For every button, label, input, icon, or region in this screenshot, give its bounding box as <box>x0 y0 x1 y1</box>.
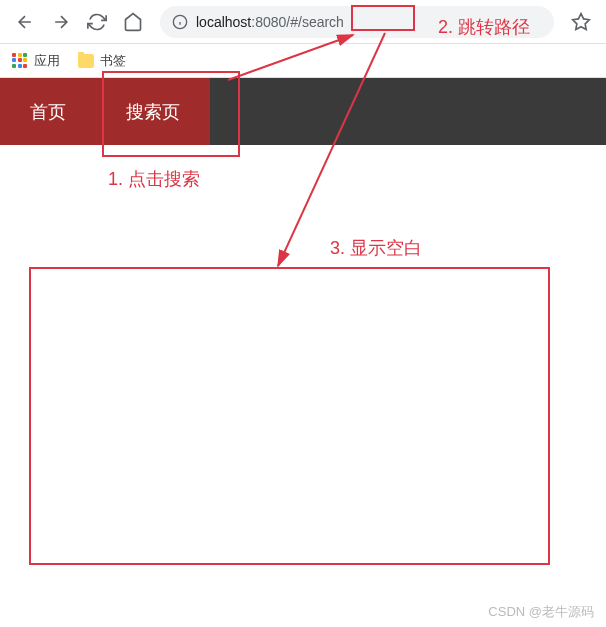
apps-button[interactable]: 应用 <box>12 52 60 70</box>
bookmark-folder-label: 书签 <box>100 52 126 70</box>
back-button[interactable] <box>8 5 42 39</box>
folder-icon <box>78 54 94 68</box>
annotation-label-1: 1. 点击搜索 <box>108 167 200 191</box>
url-text: localhost:8080/#/search <box>196 14 344 30</box>
bookmarks-bar: 应用 书签 <box>0 44 606 78</box>
bookmark-folder[interactable]: 书签 <box>78 52 126 70</box>
annotation-label-2: 2. 跳转路径 <box>438 15 530 39</box>
apps-label: 应用 <box>34 52 60 70</box>
watermark: CSDN @老牛源码 <box>488 603 594 621</box>
annotation-label-3: 3. 显示空白 <box>330 236 422 260</box>
reload-button[interactable] <box>80 5 114 39</box>
bookmark-star-button[interactable] <box>564 5 598 39</box>
forward-button[interactable] <box>44 5 78 39</box>
home-button[interactable] <box>116 5 150 39</box>
nav-item-home[interactable]: 首页 <box>0 78 96 145</box>
svg-marker-3 <box>573 13 590 29</box>
header-nav: 首页 搜索页 <box>0 78 606 145</box>
info-icon <box>172 14 188 30</box>
annotation-box-content <box>29 267 550 565</box>
apps-grid-icon <box>12 53 28 69</box>
nav-item-search[interactable]: 搜索页 <box>96 78 210 145</box>
